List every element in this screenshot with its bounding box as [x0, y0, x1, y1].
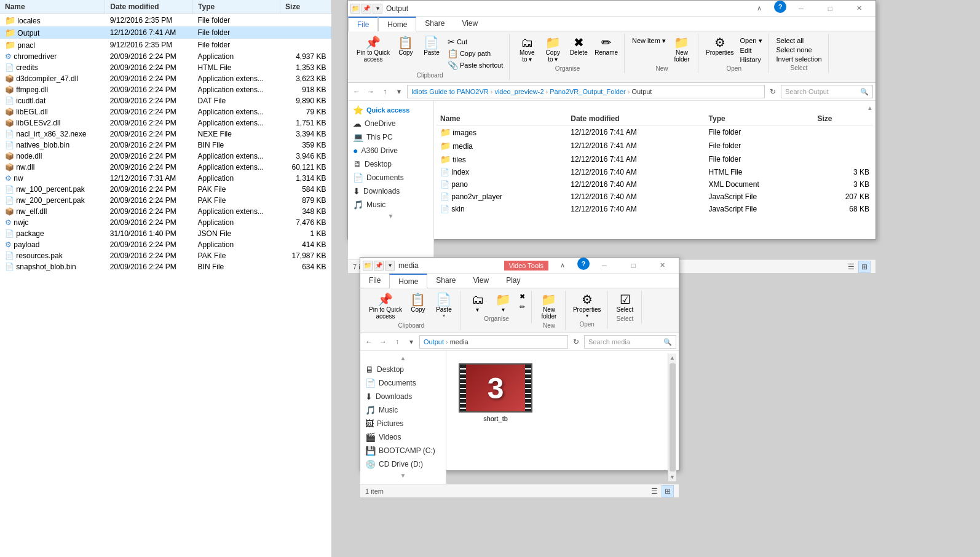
media-address-input[interactable]: Output › media — [419, 335, 568, 349]
table-row[interactable]: 📄 pano2vr_player 12/12/2016 7:40 AM Java… — [437, 191, 873, 203]
media-help-btn[interactable]: ? — [577, 258, 590, 270]
sidebar-scroll-down[interactable]: ▼ — [348, 211, 433, 221]
output-col-name[interactable]: Name — [437, 113, 567, 125]
media-short-tb-item[interactable]: 3 short_tb — [454, 358, 537, 427]
output-refresh-btn[interactable]: ↻ — [767, 85, 779, 98]
breadcrumb-segment-1[interactable]: Idiots Guide to PANO2VR — [411, 88, 489, 95]
table-row[interactable]: 📁 media 12/12/2016 7:41 AM File folder — [437, 139, 873, 152]
pin-to-quick-access-btn[interactable]: 📌 Pin to Quickaccess — [354, 35, 392, 71]
table-row[interactable]: 📄 package 31/10/2016 1:40 PM JSON File 1… — [0, 228, 331, 239]
table-row[interactable]: 📄 resources.pak 20/09/2016 2:24 PM PAK F… — [0, 250, 331, 261]
table-row[interactable]: 📄 nw_100_percent.pak 20/09/2016 2:24 PM … — [0, 184, 331, 195]
nav-music[interactable]: 🎵Music — [348, 198, 433, 211]
copy-btn[interactable]: 📋 Copy — [393, 35, 418, 71]
output-close-btn[interactable]: ✕ — [845, 1, 873, 17]
scroll-up[interactable]: ▲ — [668, 354, 676, 362]
table-row[interactable]: ⚙ nw 12/12/2016 7:31 AM Application 1,31… — [0, 173, 331, 184]
output-grid-view-btn[interactable]: ⊞ — [858, 261, 871, 273]
edit-btn[interactable]: Edit — [738, 46, 765, 55]
media-copy-btn[interactable]: 📋 Copy — [406, 292, 430, 321]
table-row[interactable]: 📦 nw_elf.dll 20/09/2016 2:24 PM Applicat… — [0, 206, 331, 217]
media-nav-videos[interactable]: 🎬Videos — [360, 430, 446, 444]
media-select-btn[interactable]: ☑ Select — [613, 292, 638, 314]
delete-btn[interactable]: ✖ Delete — [566, 35, 591, 64]
paste-btn[interactable]: 📄 Paste — [419, 35, 444, 71]
col-type[interactable]: Type — [193, 0, 280, 14]
media-breadcrumb-output[interactable]: Output — [424, 338, 444, 346]
media-nav-bootcamp[interactable]: 💾BOOTCAMP (C:) — [360, 444, 446, 457]
table-row[interactable]: 📄 natives_blob.bin 20/09/2016 2:24 PM BI… — [0, 140, 331, 151]
paste-shortcut-btn[interactable]: 📎Paste shortcut — [445, 60, 505, 71]
table-row[interactable]: 📦 nw.dll 20/09/2016 2:24 PM Application … — [0, 162, 331, 173]
invert-selection-btn[interactable]: Invert selection — [774, 55, 824, 63]
nav-downloads[interactable]: ⬇Downloads — [348, 184, 433, 198]
output-up-btn2[interactable]: ↑ — [379, 85, 391, 98]
media-rename-btn[interactable]: ✏ — [517, 302, 528, 312]
output-col-type[interactable]: Type — [705, 113, 814, 125]
table-row[interactable]: 📄 skin 12/12/2016 7:40 AM JavaScript Fil… — [437, 203, 873, 215]
output-tab-home[interactable]: Home — [378, 17, 416, 31]
rename-btn[interactable]: ✏ Rename — [592, 35, 620, 64]
output-col-size[interactable]: Size — [814, 113, 873, 125]
table-row[interactable]: 📄 snapshot_blob.bin 20/09/2016 2:24 PM B… — [0, 261, 331, 272]
media-tab-play[interactable]: Play — [497, 274, 529, 288]
table-row[interactable]: 📄 credits 20/09/2016 2:24 PM HTML File 1… — [0, 62, 331, 73]
media-tab-home[interactable]: Home — [389, 274, 427, 288]
media-nav-documents[interactable]: 📄Documents — [360, 376, 446, 390]
table-row[interactable]: 📄 icudtl.dat 20/09/2016 2:24 PM DAT File… — [0, 95, 331, 106]
media-recent-btn[interactable]: ▾ — [405, 336, 417, 348]
table-row[interactable]: ⚙ payload 20/09/2016 2:24 PM Application… — [0, 239, 331, 250]
table-row[interactable]: ⚙ nwjc 20/09/2016 2:24 PM Application 7,… — [0, 217, 331, 228]
table-row[interactable]: 📁 Output 12/12/2016 7:41 AM File folder — [0, 26, 331, 39]
output-list-view-btn[interactable]: ☰ — [845, 261, 857, 273]
table-row[interactable]: 📁 locales 9/12/2016 2:35 PM File folder — [0, 14, 331, 27]
media-sidebar-scroll-down[interactable]: ▼ — [360, 471, 446, 480]
table-row[interactable]: 📁 pnacl 9/12/2016 2:35 PM File folder — [0, 39, 331, 51]
media-nav-desktop[interactable]: 🖥Desktop — [360, 363, 446, 376]
breadcrumb-segment-3[interactable]: Pano2VR_Output_Folder — [550, 88, 626, 95]
media-forward-btn[interactable]: → — [377, 336, 389, 348]
media-pin-btn[interactable]: 📌 Pin to Quickaccess — [366, 292, 405, 321]
output-back-btn[interactable]: ← — [350, 85, 363, 98]
output-recent-btn[interactable]: ▾ — [393, 85, 405, 98]
output-tab-share[interactable]: Share — [416, 17, 453, 31]
move-to-btn[interactable]: 🗂 Moveto ▾ — [515, 35, 539, 64]
nav-desktop[interactable]: 🖥Desktop — [348, 157, 433, 171]
cut-btn[interactable]: ✂Cut — [445, 36, 505, 47]
media-nav-pictures[interactable]: 🖼Pictures — [360, 417, 446, 430]
select-all-btn[interactable]: Select all — [774, 36, 824, 45]
new-item-btn[interactable]: New item ▾ — [630, 36, 668, 45]
nav-onedrive[interactable]: ☁OneDrive — [348, 117, 433, 130]
output-search-box[interactable]: Search Output 🔍 — [781, 85, 873, 98]
table-row[interactable]: 📦 libEGL.dll 20/09/2016 2:24 PM Applicat… — [0, 106, 331, 117]
col-size[interactable]: Size — [280, 0, 331, 14]
scroll-thumb[interactable] — [670, 363, 676, 472]
open-dropdown-btn[interactable]: Open ▾ — [738, 36, 765, 45]
media-minimize-btn[interactable]: ─ — [590, 258, 618, 274]
properties-btn[interactable]: ⚙ Properties — [703, 35, 737, 64]
copy-path-btn[interactable]: 📋Copy path — [445, 48, 505, 59]
media-up-btn3[interactable]: ↑ — [391, 336, 403, 348]
media-up-btn[interactable]: ∧ — [548, 258, 577, 274]
table-row[interactable]: 📁 tiles 12/12/2016 7:41 AM File folder — [437, 152, 873, 166]
col-name[interactable]: Name — [0, 0, 105, 14]
media-tab-view[interactable]: View — [464, 274, 497, 288]
media-close-btn[interactable]: ✕ — [648, 258, 676, 274]
table-row[interactable]: 📁 images 12/12/2016 7:41 AM File folder — [437, 125, 873, 140]
media-maximize-btn[interactable]: □ — [619, 258, 647, 274]
scroll-down[interactable]: ▼ — [668, 473, 676, 481]
media-scrollbar[interactable]: ▲ ▼ — [668, 354, 676, 481]
media-nav-downloads[interactable]: ⬇Downloads — [360, 390, 446, 403]
media-delete-btn[interactable]: ✖ — [517, 292, 528, 301]
new-folder-btn[interactable]: 📁 Newfolder — [670, 35, 694, 64]
media-grid-view-btn[interactable]: ⊞ — [662, 485, 674, 497]
output-minimize-btn[interactable]: ─ — [787, 1, 815, 17]
table-row[interactable]: 📄 nacl_irt_x86_32.nexe 20/09/2016 2:24 P… — [0, 128, 331, 140]
media-tab-share[interactable]: Share — [427, 274, 464, 288]
table-row[interactable]: 📦 node.dll 20/09/2016 2:24 PM Applicatio… — [0, 151, 331, 162]
media-list-view-btn[interactable]: ☰ — [648, 485, 660, 497]
col-date[interactable]: Date modified — [105, 0, 193, 14]
copy-to-btn[interactable]: 📁 Copyto ▾ — [540, 35, 565, 64]
output-col-date[interactable]: Date modified — [567, 113, 705, 125]
history-btn[interactable]: History — [738, 55, 765, 64]
